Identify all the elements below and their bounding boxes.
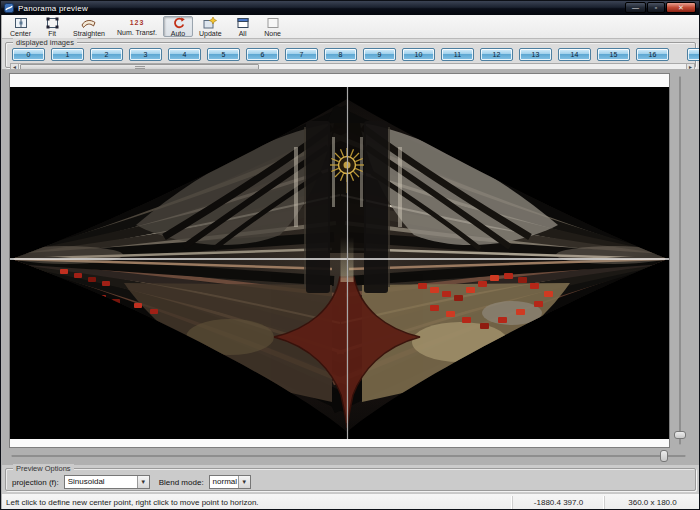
- auto-label: Auto: [171, 30, 185, 37]
- straighten-icon: [81, 17, 96, 29]
- window-title: Panorama preview: [18, 4, 88, 13]
- center-button[interactable]: Center: [4, 16, 37, 37]
- image-toggle-2[interactable]: 2: [90, 48, 123, 61]
- pitch-slider[interactable]: [674, 73, 687, 448]
- image-toggle-0[interactable]: 0: [12, 48, 45, 61]
- preview-options-panel: Preview Options projection (f): Sinusoid…: [2, 465, 700, 493]
- preview-options-group-label: Preview Options: [13, 464, 74, 473]
- straighten-label: Straighten: [73, 30, 105, 37]
- image-toggle-8[interactable]: 8: [324, 48, 357, 61]
- panorama-preview-image[interactable]: [10, 87, 669, 439]
- displayed-images-groupbox: displayed images 01234567891011121314151…: [5, 42, 696, 68]
- status-hint: Left click to define new center point, r…: [2, 498, 512, 507]
- image-toggle-row: 012345678910111213141516: [12, 48, 690, 62]
- preview-canvas-region: [2, 69, 700, 465]
- image-toggle-5[interactable]: 5: [207, 48, 240, 61]
- none-label: None: [264, 30, 281, 37]
- projection-value: Sinusoidal: [68, 477, 105, 486]
- chevron-down-icon: ▼: [137, 476, 149, 488]
- center-label: Center: [10, 30, 31, 37]
- preview-options-groupbox: Preview Options projection (f): Sinusoid…: [5, 468, 696, 491]
- blend-mode-value: normal: [213, 477, 237, 486]
- yaw-slider[interactable]: [9, 450, 689, 463]
- update-button[interactable]: Update: [193, 16, 228, 37]
- projection-label: projection (f):: [12, 478, 59, 487]
- titlebar[interactable]: Panorama preview — ▫ ✕: [1, 1, 699, 15]
- fit-label: Fit: [48, 30, 56, 37]
- minimize-button[interactable]: —: [625, 2, 646, 13]
- close-button[interactable]: ✕: [666, 2, 696, 13]
- blend-mode-select[interactable]: normal ▼: [209, 475, 251, 489]
- status-bar: Left click to define new center point, r…: [2, 493, 700, 510]
- image-toggle-10[interactable]: 10: [402, 48, 435, 61]
- fit-button[interactable]: Fit: [37, 16, 67, 37]
- image-toggle-15[interactable]: 15: [597, 48, 630, 61]
- displayed-images-panel: displayed images 01234567891011121314151…: [2, 39, 700, 69]
- auto-refresh-icon: [172, 17, 185, 29]
- image-toggle-1[interactable]: 1: [51, 48, 84, 61]
- image-toggle-partial[interactable]: [687, 48, 700, 61]
- yaw-slider-thumb[interactable]: [660, 450, 668, 462]
- projection-select[interactable]: Sinusoidal ▼: [64, 475, 150, 489]
- app-icon: [4, 3, 14, 13]
- fit-icon: [46, 17, 59, 29]
- maximize-button[interactable]: ▫: [647, 2, 665, 13]
- displayed-images-group-label: displayed images: [13, 38, 77, 47]
- all-button[interactable]: All: [228, 16, 258, 37]
- preview-canvas[interactable]: [9, 73, 670, 448]
- blend-mode-label: Blend mode:: [159, 478, 204, 487]
- all-windows-icon: [236, 17, 250, 29]
- toolbar: Center Fit Straighten 123 Num. Transf. A…: [2, 15, 700, 39]
- image-toggle-3[interactable]: 3: [129, 48, 162, 61]
- center-icon: [14, 17, 28, 29]
- chevron-down-icon: ▼: [238, 476, 250, 488]
- num-transf-icon: 123: [130, 17, 145, 28]
- image-toggle-12[interactable]: 12: [480, 48, 513, 61]
- num-transf-label: Num. Transf.: [117, 29, 157, 36]
- straighten-button[interactable]: Straighten: [67, 16, 111, 37]
- image-toggle-6[interactable]: 6: [246, 48, 279, 61]
- image-toggle-11[interactable]: 11: [441, 48, 474, 61]
- panorama-preview-window: Panorama preview — ▫ ✕ Center Fit Straig…: [0, 0, 700, 510]
- cursor-position: -1880.4 397.0: [512, 496, 604, 509]
- image-toggle-4[interactable]: 4: [168, 48, 201, 61]
- update-label: Update: [199, 30, 222, 37]
- none-button[interactable]: None: [258, 16, 288, 37]
- yaw-slider-groove: [11, 455, 686, 457]
- panorama-size: 360.0 x 180.0: [604, 496, 700, 509]
- update-icon: [203, 17, 217, 29]
- num-transf-button[interactable]: 123 Num. Transf.: [111, 16, 163, 37]
- image-toggle-7[interactable]: 7: [285, 48, 318, 61]
- pitch-slider-groove: [679, 76, 681, 445]
- all-label: All: [239, 30, 247, 37]
- none-window-icon: [266, 17, 280, 29]
- image-toggle-9[interactable]: 9: [363, 48, 396, 61]
- image-toggle-16[interactable]: 16: [636, 48, 669, 61]
- image-toggle-13[interactable]: 13: [519, 48, 552, 61]
- auto-button[interactable]: Auto: [163, 16, 193, 37]
- image-toggle-14[interactable]: 14: [558, 48, 591, 61]
- pitch-slider-thumb[interactable]: [674, 431, 686, 439]
